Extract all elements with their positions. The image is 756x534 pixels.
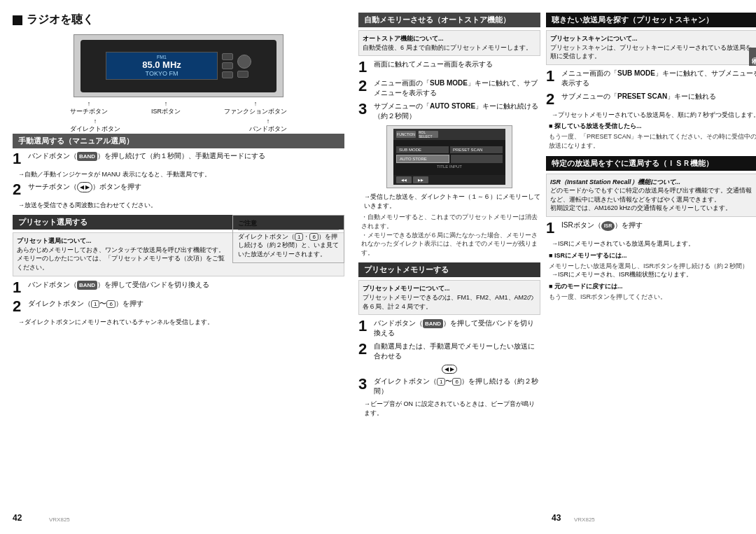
pm-step3-arrow: →ビープ音が ON に設定されているときは、ビープ音が鳴ります。 xyxy=(364,400,540,417)
note-header: ご注意 xyxy=(238,219,339,230)
device-direct-button[interactable] xyxy=(222,71,233,78)
band-btn-icon: BAND xyxy=(77,152,97,161)
search-btn-icon: ◀ ▶ xyxy=(77,182,92,192)
pm-d6: 6 xyxy=(452,378,461,386)
isr-title: ISR（Instant Station Recall）機能について... xyxy=(550,178,756,187)
auto-memory-about-title: オートストア機能について... xyxy=(363,34,536,43)
preset-scan-about-desc: プリセットスキャンは、プリセットキーにメモリーされている放送局を順に受信します。 xyxy=(550,43,756,61)
device-band-button[interactable] xyxy=(222,53,233,60)
device-inner: FM1 85.0 MHz TOKYO FM xyxy=(80,40,276,92)
right-col-right: 聴きたい放送局を探す（プリセットスキャン） プリセットスキャンについて... プ… xyxy=(546,13,756,527)
pm-step1: 1 バンドボタン（BAND）を押して受信バンドを切り換える xyxy=(358,318,540,338)
auto-memory-header: 自動メモリーさせる（オートストア機能） xyxy=(358,13,540,27)
preset-memory-section: プリセットメモリーする プリセットメモリーについて... プリセットメモリーでき… xyxy=(358,262,540,417)
page-number-left: 42 xyxy=(13,513,22,523)
device-search-button[interactable] xyxy=(222,62,233,69)
preset-scan-section: 聴きたい放送局を探す（プリセットスキャン） プリセットスキャンについて... プ… xyxy=(546,13,756,150)
auto-step3-arrow: →受信した放送を、ダイレクトキー（１～６）にメモリーしていきます。 xyxy=(364,192,540,210)
d6-icon: 6 xyxy=(106,300,115,308)
ps-preset-scan-btn: PRESET SCAN xyxy=(617,92,667,100)
band-btn-label: ↑ バンドボタン xyxy=(249,118,287,134)
preset-memory-about-desc: プリセットメモリーできるのは、FM1、FM2、AM1、AM2の各６局、計２４局で… xyxy=(363,293,536,311)
device-isr-button[interactable] xyxy=(237,55,251,69)
isr-btn-label: ↑ ISRボタン xyxy=(151,100,181,116)
preset-memory-header: プリセットメモリーする xyxy=(358,262,540,277)
ps-find-title: ■ 探している放送を受信したら... xyxy=(549,122,756,131)
preset-memory-about-title: プリセットメモリーについて... xyxy=(363,284,536,293)
ps-step2-arrow: →プリセットメモリーされている放送局を、順に約７秒ずつ受信します。 xyxy=(552,111,756,120)
isr-memo-title: ■ ISRにメモリーするには... xyxy=(549,251,756,260)
manual-step2-arrow: →放送を受信できる周波数に合わせてください。 xyxy=(18,201,344,210)
device-station: TOKYO FM xyxy=(146,70,178,77)
manual-section: 手動選局する（マニュアル選局） 1 バンドボタン（BAND）を押し続けて（約１秒… xyxy=(13,134,344,209)
auto-memo1: ・自動メモリーすると、これまでのプリセットメモリーは消去されます。 xyxy=(361,213,540,230)
manual-step1-arrow: →自動／手動インジケータが MANU 表示になると、手動選局です。 xyxy=(18,170,344,179)
ss-middle: SUB MODE PRESET SCAN AUTO STORE TITLE IN… xyxy=(393,140,505,175)
preset-step1: 1 バンドボタン（BAND）を押して受信バンドを切り換える xyxy=(13,280,344,295)
preset-scan-header: 聴きたい放送局を探す（プリセットスキャン） xyxy=(546,13,756,27)
page-container: ラジオを聴く FM1 85.0 MHz TOKYO FM xyxy=(0,0,756,534)
isr-default: 初期設定では、AM1620 kHzの交通情報をメモリーしています。 xyxy=(550,204,756,213)
isr-memo-arrow: →ISRにメモリーされ、ISR機能状態になります。 xyxy=(552,270,756,279)
isr-return-desc: もう一度、ISRボタンを押してください。 xyxy=(549,293,756,302)
auto-step3: 3 サブメニューの「AUTO STORE」キーに触れ続ける（約２秒間） xyxy=(358,101,540,121)
device-image: FM1 85.0 MHz TOKYO FM xyxy=(74,34,284,97)
title-text: ラジオを聴く xyxy=(27,13,94,27)
pm-band-btn: BAND xyxy=(423,319,443,328)
device-labels: ↑ サーチボタン ↑ ISRボタン ↑ ファンクションボタン xyxy=(70,100,287,116)
isr-btn-icon: ISR xyxy=(601,221,615,231)
preset-step2-arrow: →ダイレクトボタンにメモリーされているチャンネルを受信します。 xyxy=(18,318,344,327)
device-screen: FM1 85.0 MHz TOKYO FM xyxy=(106,52,218,80)
band-btn-icon2: BAND xyxy=(77,281,97,290)
isr-section: 特定の放送局をすぐに選局する（ＩＳＲ機能） ISR（Instant Statio… xyxy=(546,156,756,302)
pm-d1: 1 xyxy=(437,378,445,386)
isr-step1: 1 ISRボタン（ISR）を押す xyxy=(546,220,756,236)
ps-step1: 1 メニュー画面の「SUB MODE」キーに触れて、サブメニューを表示する xyxy=(546,69,756,88)
vrx-label-left: VRX825 xyxy=(49,517,70,523)
ps-sub-mode-btn: SUB MODE xyxy=(617,69,655,77)
auto-step2: 2 メニュー画面の「SUB MODE」キーに触れて、サブメニューを表示する xyxy=(358,78,540,98)
ss-bot-btn1: ◀◀ xyxy=(396,176,412,183)
function-btn-label: ↑ ファンクションボタン xyxy=(224,100,287,116)
screenshot-inner: FUNCTION ROL SELECT SUB MODE PRESET SCAN xyxy=(393,129,505,185)
d6-btn: 6 xyxy=(309,233,318,241)
right-col-left: 自動メモリーさせる（オートストア機能） オートストア機能について... 自動受信… xyxy=(358,13,540,527)
auto-memory-about: オートストア機能について... 自動受信後、6 局まで自動的にプリセットメモリー… xyxy=(358,30,540,56)
auto-memory-section: 自動メモリーさせる（オートストア機能） オートストア機能について... 自動受信… xyxy=(358,13,540,257)
direct-btn-label: ↑ ダイレクトボタン xyxy=(70,118,120,134)
ss-rol-btn: ROL SELECT xyxy=(419,131,438,138)
pm-search-icon: ◀ ▶ xyxy=(442,365,457,374)
manual-step1: 1 バンドボタン（BAND）を押し続けて（約１秒間）、手動選局モードにする xyxy=(13,151,344,167)
sub-mode-btn: SUB MODE xyxy=(430,79,468,87)
pm-step2: 2 自動選局または、手動選局でメモリーしたい放送に合わせる xyxy=(358,342,540,361)
d1-icon: 1 xyxy=(91,300,99,308)
ss-bot-btn2: ▶▶ xyxy=(413,176,428,183)
left-page: ラジオを聴く FM1 85.0 MHz TOKYO FM xyxy=(7,13,350,527)
search-btn-label: ↑ サーチボタン xyxy=(70,100,108,116)
ss-bottom: ◀◀ ▶▶ xyxy=(393,175,505,185)
device-function-button[interactable] xyxy=(237,71,248,78)
page-number-right: 43 xyxy=(552,513,561,523)
isr-return-title: ■ 元のモードに戻すには... xyxy=(549,282,756,291)
isr-desc: どのモードからでもすぐに特定の放送局を呼び出す機能です。交通情報など、運転中に聴… xyxy=(550,186,756,204)
auto-memory-about-desc: 自動受信後、6 局まで自動的にプリセットメモリーします。 xyxy=(363,43,536,52)
auto-store-screenshot: FUNCTION ROL SELECT SUB MODE PRESET SCAN xyxy=(386,125,512,188)
preset-step2: 2 ダイレクトボタン（1〜6）を押す xyxy=(13,299,344,314)
note-box: ご注意 ダイレクトボタン（1・6）を押し続ける（約２秒間）と、いま見ていた放送が… xyxy=(232,215,344,262)
isr-section-header: 特定の放送局をすぐに選局する（ＩＳＲ機能） xyxy=(546,156,756,171)
preset-scan-about: プリセットスキャンについて... プリセットスキャンは、プリセットキーにメモリー… xyxy=(546,30,756,65)
vrx-label-right: VRX825 xyxy=(574,517,595,523)
manual-step2: 2 サーチボタン（◀ ▶）ボタンを押す xyxy=(13,182,344,197)
isr-step1-arrow: →ISRにメモリーされている放送局を選局します。 xyxy=(552,239,756,248)
preset-memory-about: プリセットメモリーについて... プリセットメモリーできるのは、FM1、FM2、… xyxy=(358,280,540,315)
auto-store-btn: AUTO STORE xyxy=(430,102,475,110)
device-freq: 85.0 MHz xyxy=(142,59,181,70)
device-labels-2: ↑ ダイレクトボタン ↑ バンドボタン xyxy=(70,118,287,134)
note-text: ダイレクトボタン（1・6）を押し続ける（約２秒間）と、いま見ていた放送がメモリー… xyxy=(238,232,339,259)
manual-section-header: 手動選局する（マニュアル選局） xyxy=(13,134,344,148)
title-square-icon xyxy=(13,15,22,25)
preset-scan-about-title: プリセットスキャンについて... xyxy=(550,34,756,43)
ss-function-btn: FUNCTION xyxy=(396,131,416,138)
isr-about-box: ISR（Instant Station Recall）機能について... どのモ… xyxy=(546,174,756,217)
pm-step3: 3 ダイレクトボタン（1〜6）を押し続ける（約２秒間） xyxy=(358,377,540,396)
